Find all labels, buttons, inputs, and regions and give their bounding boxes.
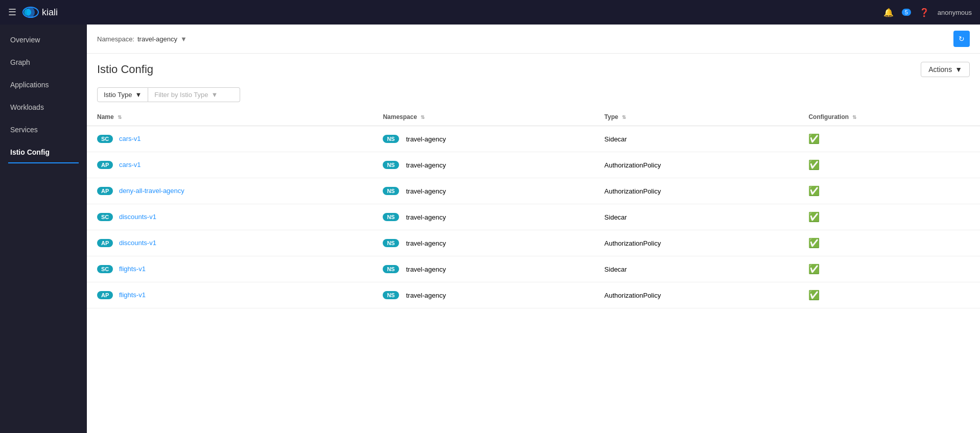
filter-type-button[interactable]: Istio Type ▼ [97, 87, 148, 102]
cell-config-6: ✅ [798, 282, 980, 308]
cell-config-4: ✅ [798, 230, 980, 256]
namespace-value-5: travel-agency [406, 266, 446, 273]
filter-value-button[interactable]: Filter by Istio Type ▼ [148, 87, 240, 102]
type-badge-4: AP [97, 239, 113, 247]
sidebar-item-graph[interactable]: Graph [0, 51, 87, 74]
hamburger-icon[interactable]: ☰ [8, 7, 16, 18]
ns-badge-6: NS [383, 291, 399, 299]
user-name[interactable]: anonymous [938, 9, 972, 16]
cell-type-4: AuthorizationPolicy [594, 230, 799, 256]
topnav: ☰ kiali 🔔 5 ❓ anonymous [0, 0, 980, 25]
type-badge-5: SC [97, 265, 113, 273]
ns-badge-3: NS [383, 213, 399, 221]
topnav-right: 🔔 5 ❓ anonymous [883, 8, 972, 17]
cell-namespace-2: NS travel-agency [372, 178, 594, 204]
name-link-5[interactable]: flights-v1 [119, 265, 146, 273]
help-icon[interactable]: ❓ [919, 8, 929, 17]
namespace-sort-icon[interactable]: ⇅ [421, 114, 425, 120]
cell-name-4: AP discounts-v1 [87, 230, 372, 256]
table-row: SC cars-v1 NS travel-agency Sidecar ✅ [87, 126, 980, 152]
name-link-6[interactable]: flights-v1 [119, 291, 146, 299]
namespace-dropdown-icon[interactable]: ▼ [180, 35, 187, 43]
sidebar-item-label: Istio Config [10, 148, 50, 156]
ns-badge-0: NS [383, 135, 399, 143]
table-row: SC discounts-v1 NS travel-agency Sidecar… [87, 204, 980, 230]
table-header-row: Name ⇅ Namespace ⇅ Type ⇅ Configuration … [87, 108, 980, 126]
namespace-value-1: travel-agency [406, 161, 446, 169]
sidebar-item-applications[interactable]: Applications [0, 74, 87, 96]
config-valid-icon: ✅ [808, 212, 820, 222]
type-badge-3: SC [97, 213, 113, 221]
namespace-label: Namespace: [97, 35, 134, 43]
sidebar-item-label: Workloads [10, 103, 44, 111]
name-link-2[interactable]: deny-all-travel-agency [119, 187, 184, 195]
type-value-1: AuthorizationPolicy [604, 161, 661, 169]
cell-name-2: AP deny-all-travel-agency [87, 178, 372, 204]
cell-type-2: AuthorizationPolicy [594, 178, 799, 204]
ns-badge-1: NS [383, 161, 399, 169]
cell-config-5: ✅ [798, 256, 980, 282]
sidebar-item-overview[interactable]: Overview [0, 29, 87, 51]
sidebar-item-label: Overview [10, 36, 40, 44]
column-header-type[interactable]: Type ⇅ [594, 108, 799, 126]
name-link-4[interactable]: discounts-v1 [119, 239, 156, 247]
istio-config-table: Name ⇅ Namespace ⇅ Type ⇅ Configuration … [87, 108, 980, 308]
column-header-configuration[interactable]: Configuration ⇅ [798, 108, 980, 126]
column-header-namespace[interactable]: Namespace ⇅ [372, 108, 594, 126]
cell-name-1: AP cars-v1 [87, 152, 372, 178]
filter-type-label: Istio Type [104, 91, 132, 99]
kiali-logo-text: kiali [42, 7, 58, 18]
notification-badge: 5 [902, 9, 911, 16]
cell-config-2: ✅ [798, 178, 980, 204]
config-valid-icon: ✅ [808, 186, 820, 196]
type-value-6: AuthorizationPolicy [604, 292, 661, 299]
content-header: Namespace: travel-agency ▼ ↻ [87, 25, 980, 54]
type-badge-2: AP [97, 187, 113, 195]
filter-value-dropdown-icon: ▼ [212, 91, 218, 99]
ns-badge-2: NS [383, 187, 399, 195]
type-value-0: Sidecar [604, 135, 627, 143]
refresh-button[interactable]: ↻ [953, 31, 970, 47]
name-link-1[interactable]: cars-v1 [119, 161, 141, 169]
filter-value-placeholder: Filter by Istio Type [154, 91, 208, 99]
cell-namespace-0: NS travel-agency [372, 126, 594, 152]
cell-type-0: Sidecar [594, 126, 799, 152]
sidebar-item-services[interactable]: Services [0, 118, 87, 141]
namespace-value-2: travel-agency [406, 187, 446, 195]
cell-namespace-4: NS travel-agency [372, 230, 594, 256]
namespace-selector: Namespace: travel-agency ▼ [97, 35, 187, 43]
config-valid-icon: ✅ [808, 134, 820, 144]
svg-point-2 [24, 9, 31, 16]
column-header-name[interactable]: Name ⇅ [87, 108, 372, 126]
bell-icon[interactable]: 🔔 [883, 8, 894, 17]
config-valid-icon: ✅ [808, 160, 820, 170]
name-link-0[interactable]: cars-v1 [119, 135, 141, 142]
cell-name-0: SC cars-v1 [87, 126, 372, 152]
namespace-value-4: travel-agency [406, 239, 446, 247]
cell-config-1: ✅ [798, 152, 980, 178]
cell-namespace-6: NS travel-agency [372, 282, 594, 308]
sidebar-item-istio-config[interactable]: Istio Config [0, 141, 87, 163]
cell-type-3: Sidecar [594, 204, 799, 230]
sidebar: Overview Graph Applications Workloads Se… [0, 25, 87, 433]
main-layout: Overview Graph Applications Workloads Se… [0, 25, 980, 433]
cell-type-5: Sidecar [594, 256, 799, 282]
name-link-3[interactable]: discounts-v1 [119, 213, 156, 221]
table-row: AP deny-all-travel-agency NS travel-agen… [87, 178, 980, 204]
cell-namespace-5: NS travel-agency [372, 256, 594, 282]
sidebar-item-workloads[interactable]: Workloads [0, 96, 87, 118]
namespace-value-6: travel-agency [406, 292, 446, 299]
kiali-logo: kiali [22, 7, 58, 18]
actions-button[interactable]: Actions ▼ [921, 62, 970, 77]
content-area: Namespace: travel-agency ▼ ↻ Istio Confi… [87, 25, 980, 433]
cell-config-0: ✅ [798, 126, 980, 152]
type-badge-6: AP [97, 291, 113, 299]
namespace-value-0: travel-agency [406, 135, 446, 143]
config-sort-icon[interactable]: ⇅ [852, 114, 856, 120]
table-row: AP discounts-v1 NS travel-agency Authori… [87, 230, 980, 256]
actions-label: Actions [928, 65, 952, 74]
name-sort-icon[interactable]: ⇅ [118, 114, 122, 120]
config-valid-icon: ✅ [808, 238, 820, 248]
actions-dropdown-icon: ▼ [955, 65, 962, 74]
type-sort-icon[interactable]: ⇅ [622, 114, 626, 120]
